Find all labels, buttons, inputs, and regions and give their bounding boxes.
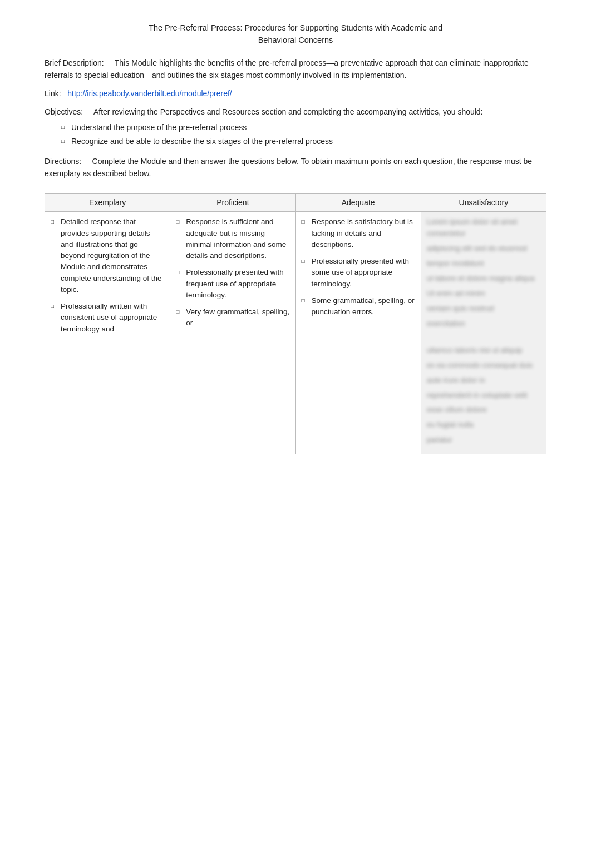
rubric-cell-adequate: Response is satisfactory but is lacking … — [296, 212, 421, 454]
brief-description-label: Brief Description: — [45, 58, 104, 67]
rubric-cell-unsatisfactory: Lorem ipsum dolor sit amet consectetur a… — [421, 212, 546, 454]
directions-label: Directions: — [45, 157, 81, 166]
directions-text: Complete the Module and then answer the … — [45, 157, 532, 178]
objectives-list: Understand the purpose of the pre-referr… — [61, 122, 546, 147]
rubric-table: Exemplary Proficient Adequate Unsatisfac… — [45, 193, 546, 454]
directions-section: Directions: Complete the Module and then… — [45, 155, 546, 180]
rubric-header-unsatisfactory: Unsatisfactory — [421, 194, 546, 212]
objectives-label: Objectives: — [45, 107, 83, 116]
link-section: Link: http://iris.peabody.vanderbilt.edu… — [45, 89, 546, 98]
rubric-exemplary-item-2: Professionally written with consistent u… — [51, 301, 164, 335]
rubric-header-adequate: Adequate — [296, 194, 421, 212]
rubric-adequate-item-2: Professionally presented with some use o… — [302, 256, 415, 290]
unsatisfactory-blurred-content: Lorem ipsum dolor sit amet consectetur a… — [427, 216, 540, 446]
brief-description-text: This Module highlights the benefits of t… — [45, 58, 529, 80]
rubric-exemplary-item-1: Detailed response that provides supporti… — [51, 216, 164, 295]
rubric-proficient-item-3: Very few grammatical, spelling, or — [176, 306, 289, 329]
objective-item: Recognize and be able to describe the si… — [61, 136, 546, 147]
rubric-cell-proficient: Response is sufficient and adequate but … — [170, 212, 296, 454]
rubric-proficient-item-2: Professionally presented with frequent u… — [176, 267, 289, 301]
objectives-intro: After reviewing the Perspectives and Res… — [93, 107, 483, 116]
link-label: Link: — [45, 89, 61, 98]
objective-item: Understand the purpose of the pre-referr… — [61, 122, 546, 133]
rubric-adequate-item-1: Response is satisfactory but is lacking … — [302, 216, 415, 250]
rubric-header-exemplary: Exemplary — [45, 194, 170, 212]
rubric-header-proficient: Proficient — [170, 194, 296, 212]
rubric-cell-exemplary: Detailed response that provides supporti… — [45, 212, 170, 454]
page-title: The Pre-Referral Process: Procedures for… — [45, 22, 546, 47]
rubric-proficient-item-1: Response is sufficient and adequate but … — [176, 216, 289, 261]
rubric-adequate-item-3: Some grammatical, spelling, or punctuati… — [302, 295, 415, 318]
brief-description: Brief Description: This Module highlight… — [45, 57, 546, 82]
link-url[interactable]: http://iris.peabody.vanderbilt.edu/modul… — [67, 89, 232, 98]
objectives-section: Objectives: After reviewing the Perspect… — [45, 106, 546, 147]
